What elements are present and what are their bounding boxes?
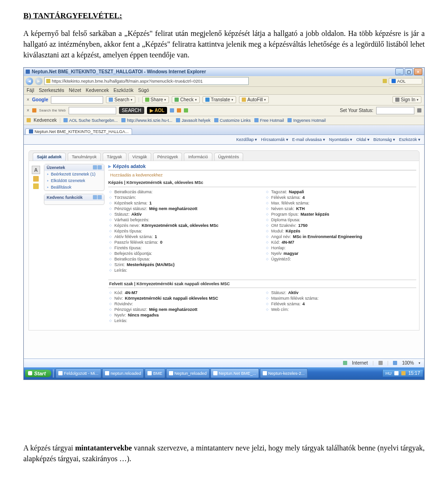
status-input[interactable] xyxy=(376,107,414,114)
data-field: Név: Környezetmérnöki szak nappali oklev… xyxy=(109,295,259,301)
zoom-icon[interactable] xyxy=(393,361,397,365)
felvett-szak-fields: Kód: 4N-M7Név: Környezetmérnöki szak nap… xyxy=(108,288,416,327)
taskbar-item[interactable]: Feldolgozott - Mi... xyxy=(56,368,101,378)
taskbar-item[interactable]: Neptun-kezeles-2... xyxy=(260,368,308,378)
data-field: Félévek száma: 4 xyxy=(266,195,415,200)
taskbar-item[interactable]: Neptun_reloaded xyxy=(166,368,210,378)
menu-item[interactable]: Nézet xyxy=(69,88,81,93)
data-field: Modul: Képzés xyxy=(266,228,415,234)
neptun-tab[interactable]: Saját adatok xyxy=(33,153,66,161)
tray-icon-1[interactable] xyxy=(394,371,399,375)
sidebar: Üzenetek Beérkezett üzenetek (1)Elküldöt… xyxy=(44,164,105,327)
sidebar-item[interactable]: Beállítások xyxy=(44,184,104,190)
aol-toolbar: × Search the Web SEARCH ▶ AOL Set Your S… xyxy=(24,105,424,116)
back-button[interactable]: ◄ xyxy=(26,77,33,85)
data-field: Maximum félévek száma: xyxy=(266,295,415,301)
command-bar-item[interactable]: Eszközök ▾ xyxy=(399,137,420,142)
data-field: Max. félévek száma: xyxy=(266,200,415,206)
command-bar-item[interactable]: E-mail olvasása ▾ xyxy=(292,137,325,142)
neptun-tab[interactable]: Pénzügyek xyxy=(153,153,182,161)
google-search-input[interactable] xyxy=(51,96,103,104)
command-bar-item[interactable]: Nyomtatás ▾ xyxy=(329,137,353,142)
check-button[interactable]: Check▾ xyxy=(172,96,199,103)
data-field: Nyelv magyar xyxy=(266,251,415,256)
sidebar-favorites-panel: Kedvenc funkciók xyxy=(44,194,105,205)
minimize-button[interactable]: _ xyxy=(395,68,404,75)
sidebar-item[interactable]: Beérkezett üzenetek (1) xyxy=(44,171,104,177)
menu-item[interactable]: Fájl xyxy=(27,88,34,93)
data-field: Várható befejezés: xyxy=(109,217,259,223)
status-go-icon[interactable] xyxy=(417,108,421,112)
ie-status-bar: Internet | | 100% ▾ xyxy=(24,358,424,367)
favorite-link[interactable]: http://www.kti.szie.hu-t... xyxy=(121,118,172,123)
kepzes-subtitle: Képzés | Környezetmérnök szak, okleveles… xyxy=(108,179,416,187)
forward-button[interactable]: ► xyxy=(35,77,42,85)
neptun-tab[interactable]: Tanulmányok xyxy=(68,153,101,161)
menu-item[interactable]: Szerkesztés xyxy=(39,88,64,93)
google-search-button[interactable]: Search▾ xyxy=(106,96,135,103)
data-field: Fizetés típusa: xyxy=(109,245,259,251)
tb-icon-3[interactable] xyxy=(184,108,188,112)
tb-icon-1[interactable] xyxy=(170,108,174,112)
lock-icon-2 xyxy=(383,79,387,83)
neptun-tab[interactable]: Vizsgák xyxy=(128,153,151,161)
data-field: Státusz: Aktív xyxy=(109,211,259,217)
page-tab[interactable]: Neptun.Net BME_KITEKINTO_TESZT_HALLGA... xyxy=(25,128,132,134)
lock-icon xyxy=(46,79,50,83)
data-field: Passzív félévek száma: 0 xyxy=(109,239,259,245)
favorite-link[interactable]: Ingyenes Hotmail xyxy=(287,118,326,123)
sidebar-favorites-head: Kedvenc funkciók xyxy=(44,194,104,201)
aol-search-input[interactable] xyxy=(69,107,116,114)
favorites-bar: Kedvencek | AOL Suche Suchergebn...http:… xyxy=(24,116,424,125)
panel-refresh-icon-2[interactable] xyxy=(93,195,97,199)
search-provider[interactable]: AOL xyxy=(389,78,422,84)
data-field: Pénzügyi státusz: Még nem meghatározott xyxy=(109,206,259,211)
data-field: Tagozat: Nappali xyxy=(266,189,415,195)
neptun-main: A Üzenetek Beérkezett üzenetek (1 xyxy=(28,161,420,330)
add-favorite-link[interactable]: Hozzáadás a kedvencekhez xyxy=(108,172,416,179)
signin-button[interactable]: Sign In▾ xyxy=(392,96,421,103)
menu-item[interactable]: Súgó xyxy=(138,88,149,93)
share-button[interactable]: Share▾ xyxy=(142,96,169,103)
panel-refresh-icon[interactable] xyxy=(93,165,97,169)
close-button[interactable]: × xyxy=(414,68,422,75)
taskbar-item[interactable]: BME xyxy=(145,368,165,378)
star-icon[interactable] xyxy=(27,118,31,122)
favorite-link[interactable]: Customize Links xyxy=(214,118,251,123)
data-field: Beiratkozás dátuma: xyxy=(109,189,259,195)
tb-icon-2[interactable] xyxy=(177,108,181,112)
taskbar-item[interactable]: Neptun.Net BME_... xyxy=(210,368,259,378)
favorite-link[interactable]: AOL Suche Suchergebn... xyxy=(63,118,118,123)
data-field: Leírás: xyxy=(109,267,259,273)
panel-close-icon[interactable] xyxy=(98,165,102,169)
autofill-button[interactable]: AutoFill▾ xyxy=(239,96,269,103)
neptun-tab[interactable]: Információ xyxy=(184,153,212,161)
clock: 15:17 xyxy=(408,371,420,376)
favorite-link[interactable]: Javasolt helyek xyxy=(176,118,210,123)
language-indicator[interactable]: HU xyxy=(385,371,392,376)
sidebar-mail-icon[interactable] xyxy=(33,176,39,182)
data-field: Törzsszám: xyxy=(109,195,259,200)
aol-icon xyxy=(32,108,36,112)
address-bar[interactable]: https://kitekinto.neptun.bme.hu/hallgato… xyxy=(44,77,249,85)
sidebar-item[interactable]: Elküldött üzenetek xyxy=(44,177,104,184)
menu-item[interactable]: Eszközök xyxy=(113,88,133,93)
favorite-link[interactable]: Free Hotmail xyxy=(254,118,284,123)
sidebar-icon-a[interactable]: A xyxy=(32,166,40,174)
taskbar-item[interactable]: neptun.reloaded xyxy=(102,368,144,378)
neptun-tab[interactable]: Tárgyak xyxy=(103,153,126,161)
command-bar-item[interactable]: Hírcsatornák ▾ xyxy=(261,137,288,142)
aol-search-button[interactable]: SEARCH xyxy=(119,107,144,114)
maximize-button[interactable]: ▢ xyxy=(405,68,413,75)
neptun-tab[interactable]: Ügyintézés xyxy=(214,153,244,161)
menu-item[interactable]: Kedvencek xyxy=(86,88,109,93)
start-button[interactable]: Start xyxy=(25,370,51,377)
command-bar-item[interactable]: Kezdőlap ▾ xyxy=(236,137,257,142)
command-bar-item[interactable]: Biztonság ▾ xyxy=(373,137,395,142)
command-bar-item[interactable]: Oldal ▾ xyxy=(356,137,370,142)
zoom-label: 100% xyxy=(402,360,414,366)
tray-icon-2[interactable] xyxy=(401,371,406,375)
panel-close-icon-2[interactable] xyxy=(98,195,102,199)
sidebar-star-icon[interactable] xyxy=(33,183,39,189)
translate-button[interactable]: Translate▾ xyxy=(203,96,236,103)
